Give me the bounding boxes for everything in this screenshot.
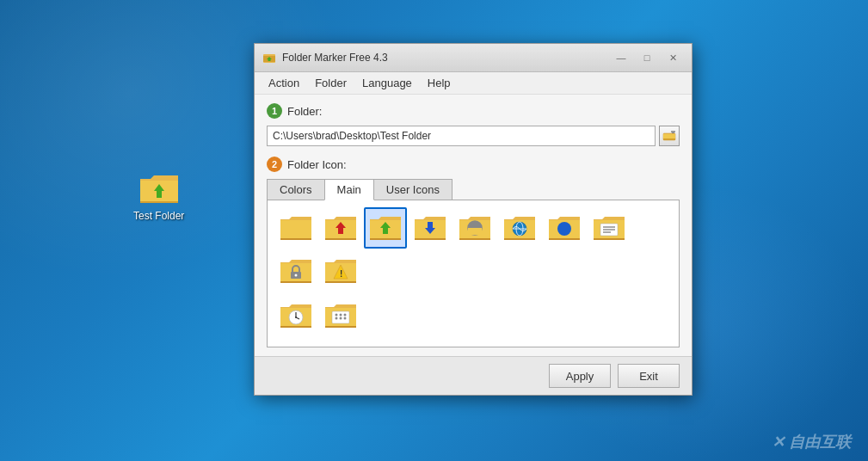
minimize-button[interactable]: — (609, 49, 633, 66)
content-area: 1 Folder: 2 Folder Icon: Colors Ma (255, 95, 692, 356)
icon-folder-lock[interactable] (274, 250, 317, 292)
menu-language[interactable]: Language (355, 74, 419, 92)
icon-folder-green-arrow[interactable] (364, 207, 407, 249)
svg-point-35 (344, 317, 347, 320)
icon-folder-down-arrow[interactable] (409, 207, 452, 249)
icon-folder-up-arrow[interactable] (319, 207, 362, 249)
exit-button[interactable]: Exit (618, 364, 680, 388)
menu-action[interactable]: Action (262, 74, 306, 92)
icon-folder-text[interactable] (588, 207, 631, 249)
icon-folder-plain[interactable] (274, 207, 317, 249)
window-controls: — □ ✕ (609, 49, 685, 66)
folder-path-input[interactable] (267, 126, 656, 146)
desktop-folder-image (139, 172, 180, 206)
title-bar-left: Folder Marker Free 4.3 (262, 50, 388, 65)
svg-point-28 (295, 317, 297, 318)
icon-folder-warning[interactable]: ! (319, 250, 362, 292)
menu-folder[interactable]: Folder (308, 74, 354, 92)
watermark: ✕ 自由互联 (772, 432, 851, 452)
icons-panel: ! (267, 200, 680, 347)
icon-folder-blue-dot[interactable] (543, 207, 586, 249)
tab-main[interactable]: Main (324, 179, 374, 200)
apply-button[interactable]: Apply (549, 364, 611, 388)
tab-user-icons[interactable]: User Icons (373, 179, 452, 200)
svg-text:!: ! (340, 269, 342, 279)
svg-point-34 (340, 317, 342, 320)
window-title: Folder Marker Free 4.3 (282, 52, 388, 64)
icons-row-1: ! (274, 207, 672, 292)
svg-point-30 (336, 314, 338, 317)
svg-point-33 (336, 317, 338, 320)
step2-circle: 2 (267, 157, 282, 172)
svg-point-16 (557, 222, 571, 236)
maximize-button[interactable]: □ (635, 49, 659, 66)
desktop-folder-label: Test Folder (133, 210, 184, 222)
app-icon (262, 50, 277, 65)
step1-circle: 1 (267, 103, 282, 119)
svg-point-31 (340, 314, 342, 317)
svg-rect-12 (468, 228, 482, 235)
svg-point-32 (344, 314, 347, 317)
tab-colors[interactable]: Colors (267, 179, 325, 200)
folder-icon-section-header: 2 Folder Icon: (267, 157, 680, 172)
folder-icon-label: Folder Icon: (287, 158, 347, 171)
main-window: Folder Marker Free 4.3 — □ ✕ Action Fold… (254, 43, 693, 396)
icon-folder-dots[interactable] (319, 295, 362, 336)
close-button[interactable]: ✕ (661, 49, 685, 66)
svg-rect-6 (671, 131, 675, 132)
footer: Apply Exit (255, 356, 692, 395)
browse-button[interactable] (659, 126, 680, 146)
svg-point-22 (295, 274, 298, 277)
menu-help[interactable]: Help (421, 74, 458, 92)
desktop-folder-icon[interactable]: Test Folder (133, 172, 184, 222)
icons-row-2 (274, 295, 672, 336)
folder-path-row (267, 126, 680, 146)
icon-folder-clock[interactable] (274, 295, 317, 336)
folder-section-header: 1 Folder: (267, 103, 680, 119)
svg-rect-7 (672, 132, 674, 133)
menu-bar: Action Folder Language Help (255, 72, 692, 95)
icon-folder-globe[interactable] (498, 207, 541, 249)
tabs-container: Colors Main User Icons (267, 179, 680, 200)
icon-folder-half[interactable] (453, 207, 496, 249)
title-bar: Folder Marker Free 4.3 — □ ✕ (255, 44, 692, 72)
folder-label: Folder: (287, 105, 322, 118)
svg-rect-5 (663, 134, 675, 138)
